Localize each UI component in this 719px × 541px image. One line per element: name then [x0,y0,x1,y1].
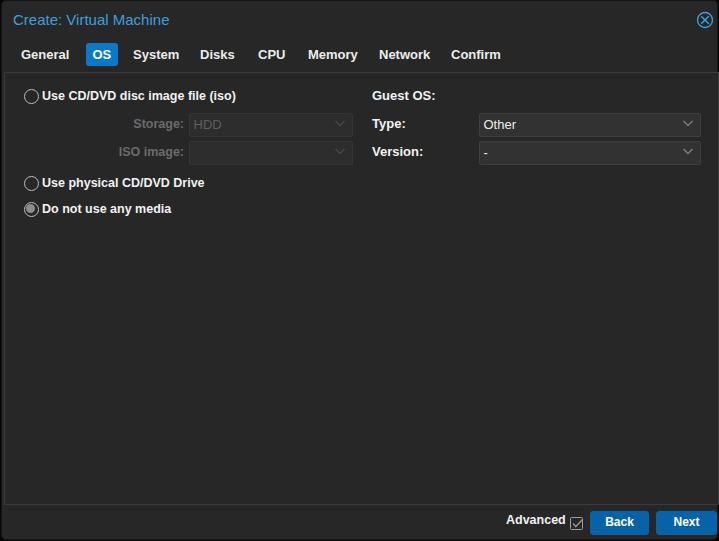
tab-network[interactable]: Network [372,43,437,66]
radio-label: Use CD/DVD disc image file (iso) [42,89,236,104]
tab-cpu[interactable]: CPU [251,43,292,66]
iso-image-combo[interactable] [189,141,353,165]
iso-image-label: ISO image: [26,140,184,164]
storage-value: HDD [194,113,222,136]
check-icon [571,518,583,529]
dialog-title: Create: Virtual Machine [13,11,169,28]
chevron-down-icon [682,120,694,127]
next-button[interactable]: Next [656,511,717,535]
tab-confirm[interactable]: Confirm [444,43,508,66]
advanced-checkbox[interactable] [570,517,584,531]
storage-label: Storage: [26,112,184,136]
storage-combo[interactable]: HDD [189,113,353,137]
type-label: Type: [372,112,406,136]
version-combo[interactable]: - [479,141,701,165]
tab-system[interactable]: System [126,43,186,66]
version-label: Version: [372,140,423,164]
back-button[interactable]: Back [590,511,649,535]
guest-os-header: Guest OS: [372,84,436,108]
type-combo[interactable]: Other [479,113,701,137]
chevron-down-icon [334,148,346,155]
radio-icon [24,89,39,104]
radio-icon-checked [24,202,39,217]
tab-disks[interactable]: Disks [193,43,242,66]
close-icon[interactable] [695,10,715,30]
type-value: Other [484,113,517,136]
advanced-label: Advanced [506,509,566,532]
tab-os[interactable]: OS [86,43,119,66]
radio-icon [24,176,39,191]
create-vm-dialog: Create: Virtual Machine General OS Syste… [1,0,718,540]
chevron-down-icon [682,148,694,155]
version-value: - [484,141,488,164]
radio-label: Use physical CD/DVD Drive [42,176,205,191]
tab-general[interactable]: General [14,43,76,66]
chevron-down-icon [334,120,346,127]
radio-label: Do not use any media [42,202,171,217]
tab-memory[interactable]: Memory [301,43,365,66]
footer-divider [4,504,719,505]
